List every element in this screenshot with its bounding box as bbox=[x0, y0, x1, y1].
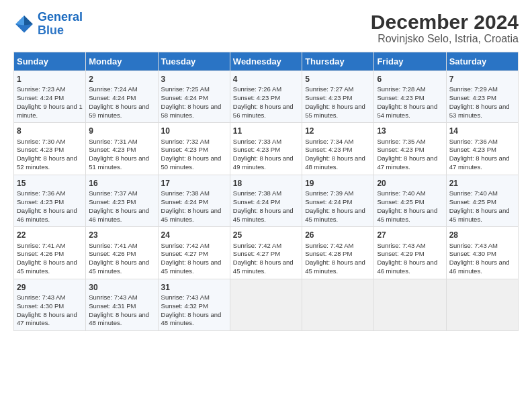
sunrise-text: Sunrise: 7:32 AM bbox=[161, 138, 210, 145]
daylight-text: Daylight: 8 hours and 46 minutes. bbox=[17, 207, 77, 223]
week-row-3: 15Sunrise: 7:36 AMSunset: 4:23 PMDayligh… bbox=[14, 175, 519, 226]
title-block: December 2024 Rovinjsko Selo, Istria, Cr… bbox=[371, 11, 519, 45]
sunrise-text: Sunrise: 7:41 AM bbox=[17, 242, 65, 249]
header: General Blue December 2024 Rovinjsko Sel… bbox=[13, 11, 519, 45]
sunrise-text: Sunrise: 7:38 AM bbox=[233, 189, 281, 197]
daylight-text: Daylight: 8 hours and 50 minutes. bbox=[161, 154, 222, 171]
day-number: 3 bbox=[161, 74, 227, 85]
calendar-subtitle: Rovinjsko Selo, Istria, Croatia bbox=[371, 33, 519, 45]
day-number: 23 bbox=[89, 230, 154, 240]
sunrise-text: Sunrise: 7:31 AM bbox=[89, 138, 137, 145]
sunrise-text: Sunrise: 7:40 AM bbox=[377, 189, 425, 197]
sunrise-text: Sunrise: 7:38 AM bbox=[161, 189, 210, 197]
sunrise-text: Sunrise: 7:37 AM bbox=[89, 189, 137, 197]
header-day-monday: Monday bbox=[86, 52, 158, 71]
day-number: 14 bbox=[449, 126, 515, 136]
day-number: 26 bbox=[305, 230, 371, 240]
calendar-cell: 14Sunrise: 7:36 AMSunset: 4:23 PMDayligh… bbox=[446, 123, 518, 175]
day-number: 16 bbox=[89, 178, 154, 189]
day-number: 12 bbox=[305, 126, 371, 136]
sunset-text: Sunset: 4:23 PM bbox=[17, 146, 64, 153]
daylight-text: Daylight: 8 hours and 45 minutes. bbox=[17, 259, 77, 275]
calendar-cell: 26Sunrise: 7:42 AMSunset: 4:28 PMDayligh… bbox=[302, 227, 374, 279]
daylight-text: Daylight: 8 hours and 45 minutes. bbox=[377, 207, 437, 223]
daylight-text: Daylight: 8 hours and 47 minutes. bbox=[449, 154, 510, 171]
logo-icon bbox=[13, 13, 35, 35]
sunrise-text: Sunrise: 7:30 AM bbox=[17, 138, 65, 145]
sunset-text: Sunset: 4:27 PM bbox=[233, 250, 280, 257]
sunset-text: Sunset: 4:23 PM bbox=[161, 146, 208, 153]
calendar-cell: 20Sunrise: 7:40 AMSunset: 4:25 PMDayligh… bbox=[374, 175, 446, 226]
calendar-cell: 5Sunrise: 7:27 AMSunset: 4:23 PMDaylight… bbox=[302, 71, 374, 123]
sunset-text: Sunset: 4:24 PM bbox=[89, 94, 136, 101]
calendar-cell: 12Sunrise: 7:34 AMSunset: 4:23 PMDayligh… bbox=[302, 123, 374, 175]
week-row-2: 8Sunrise: 7:30 AMSunset: 4:23 PMDaylight… bbox=[14, 123, 519, 175]
calendar-cell bbox=[446, 279, 518, 330]
daylight-text: Daylight: 8 hours and 46 minutes. bbox=[449, 259, 510, 275]
sunrise-text: Sunrise: 7:35 AM bbox=[377, 138, 425, 145]
sunrise-text: Sunrise: 7:41 AM bbox=[89, 242, 137, 249]
daylight-text: Daylight: 8 hours and 56 minutes. bbox=[233, 103, 294, 119]
logo-text: General Blue bbox=[38, 11, 83, 38]
day-number: 15 bbox=[17, 178, 83, 189]
svg-marker-1 bbox=[24, 15, 33, 25]
daylight-text: Daylight: 8 hours and 53 minutes. bbox=[449, 103, 510, 119]
calendar-title: December 2024 bbox=[371, 11, 519, 33]
daylight-text: Daylight: 8 hours and 54 minutes. bbox=[377, 103, 437, 119]
day-number: 21 bbox=[449, 178, 515, 189]
sunset-text: Sunset: 4:27 PM bbox=[161, 250, 208, 257]
calendar-body: 1Sunrise: 7:23 AMSunset: 4:24 PMDaylight… bbox=[14, 71, 519, 331]
day-number: 28 bbox=[449, 230, 515, 240]
calendar-cell: 17Sunrise: 7:38 AMSunset: 4:24 PMDayligh… bbox=[158, 175, 230, 226]
sunset-text: Sunset: 4:29 PM bbox=[377, 250, 424, 257]
calendar-cell: 6Sunrise: 7:28 AMSunset: 4:23 PMDaylight… bbox=[374, 71, 446, 123]
calendar-cell bbox=[230, 279, 302, 330]
sunset-text: Sunset: 4:25 PM bbox=[377, 198, 424, 205]
header-day-wednesday: Wednesday bbox=[230, 52, 302, 71]
calendar-cell bbox=[302, 279, 374, 330]
daylight-text: Daylight: 8 hours and 47 minutes. bbox=[377, 154, 437, 171]
daylight-text: Daylight: 8 hours and 45 minutes. bbox=[449, 207, 510, 223]
svg-marker-2 bbox=[15, 15, 24, 25]
sunrise-text: Sunrise: 7:36 AM bbox=[17, 189, 65, 197]
calendar-cell: 25Sunrise: 7:42 AMSunset: 4:27 PMDayligh… bbox=[230, 227, 302, 279]
week-row-1: 1Sunrise: 7:23 AMSunset: 4:24 PMDaylight… bbox=[14, 71, 519, 123]
sunrise-text: Sunrise: 7:28 AM bbox=[377, 85, 425, 93]
calendar-cell: 29Sunrise: 7:43 AMSunset: 4:30 PMDayligh… bbox=[14, 279, 86, 330]
calendar-table: SundayMondayTuesdayWednesdayThursdayFrid… bbox=[13, 52, 519, 331]
day-number: 5 bbox=[305, 74, 371, 85]
day-number: 9 bbox=[89, 126, 154, 136]
daylight-text: Daylight: 8 hours and 47 minutes. bbox=[17, 311, 77, 327]
calendar-cell: 30Sunrise: 7:43 AMSunset: 4:31 PMDayligh… bbox=[86, 279, 158, 330]
day-number: 10 bbox=[161, 126, 227, 136]
logo-line1: General bbox=[38, 10, 83, 24]
calendar-cell: 28Sunrise: 7:43 AMSunset: 4:30 PMDayligh… bbox=[446, 227, 518, 279]
calendar-cell: 24Sunrise: 7:42 AMSunset: 4:27 PMDayligh… bbox=[158, 227, 230, 279]
sunset-text: Sunset: 4:23 PM bbox=[89, 146, 136, 153]
daylight-text: Daylight: 8 hours and 52 minutes. bbox=[17, 154, 77, 171]
calendar-cell: 31Sunrise: 7:43 AMSunset: 4:32 PMDayligh… bbox=[158, 279, 230, 330]
daylight-text: Daylight: 8 hours and 45 minutes. bbox=[305, 259, 365, 275]
sunrise-text: Sunrise: 7:42 AM bbox=[233, 242, 281, 249]
daylight-text: Daylight: 8 hours and 46 minutes. bbox=[89, 207, 149, 223]
daylight-text: Daylight: 9 hours and 1 minute. bbox=[17, 103, 83, 119]
calendar-cell: 11Sunrise: 7:33 AMSunset: 4:23 PMDayligh… bbox=[230, 123, 302, 175]
calendar-cell bbox=[374, 279, 446, 330]
day-number: 19 bbox=[305, 178, 371, 189]
sunset-text: Sunset: 4:23 PM bbox=[233, 146, 280, 153]
sunrise-text: Sunrise: 7:43 AM bbox=[449, 242, 498, 249]
daylight-text: Daylight: 8 hours and 48 minutes. bbox=[305, 154, 365, 171]
calendar-cell: 16Sunrise: 7:37 AMSunset: 4:23 PMDayligh… bbox=[86, 175, 158, 226]
calendar-cell: 4Sunrise: 7:26 AMSunset: 4:23 PMDaylight… bbox=[230, 71, 302, 123]
day-number: 8 bbox=[17, 126, 83, 136]
header-day-sunday: Sunday bbox=[14, 52, 86, 71]
week-row-4: 22Sunrise: 7:41 AMSunset: 4:26 PMDayligh… bbox=[14, 227, 519, 279]
sunrise-text: Sunrise: 7:40 AM bbox=[449, 189, 498, 197]
daylight-text: Daylight: 8 hours and 48 minutes. bbox=[89, 311, 149, 327]
sunset-text: Sunset: 4:24 PM bbox=[161, 94, 208, 101]
sunrise-text: Sunrise: 7:43 AM bbox=[89, 293, 137, 301]
daylight-text: Daylight: 8 hours and 45 minutes. bbox=[161, 207, 222, 223]
sunset-text: Sunset: 4:32 PM bbox=[161, 302, 208, 310]
daylight-text: Daylight: 8 hours and 49 minutes. bbox=[233, 154, 294, 171]
sunset-text: Sunset: 4:25 PM bbox=[449, 198, 496, 205]
